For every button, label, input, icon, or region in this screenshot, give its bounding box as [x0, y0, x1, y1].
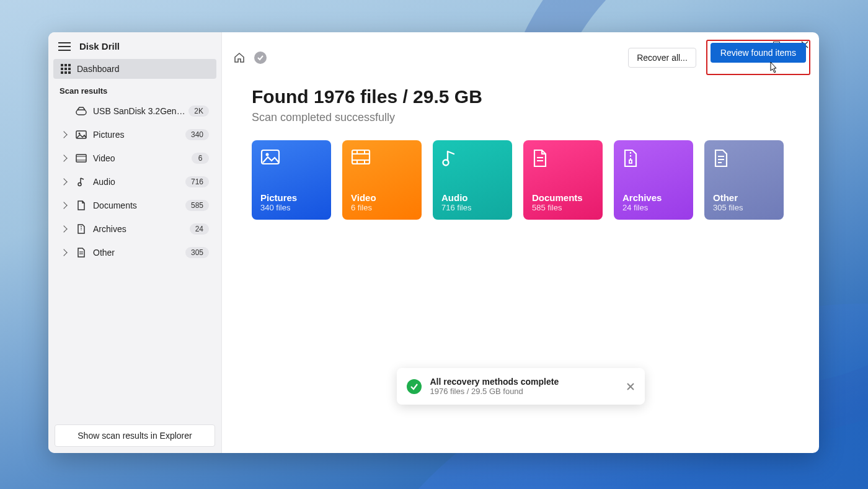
category-tiles: Pictures 340 files Video 6 files Audio 7…	[252, 140, 789, 220]
audio-icon	[76, 177, 87, 187]
svg-point-21	[443, 160, 449, 166]
home-icon[interactable]	[231, 49, 248, 66]
svg-rect-0	[76, 110, 86, 115]
toast-detail: 1976 files / 29.5 GB found	[430, 387, 618, 396]
sidebar-item-label: Dashboard	[77, 64, 120, 74]
sidebar-item-label: Archives	[93, 224, 126, 234]
toast-title: All recovery methods complete	[430, 377, 618, 387]
count-badge: 2K	[188, 105, 209, 117]
svg-point-13	[266, 153, 269, 156]
sidebar-item-label: USB SanDisk 3.2Gen1 US...	[93, 106, 186, 116]
sidebar-item-pictures[interactable]: Pictures 340	[53, 124, 216, 145]
svg-point-6	[78, 183, 81, 186]
tile-count: 6 files	[351, 203, 413, 212]
cursor-icon	[767, 61, 779, 74]
results-subhead: Scan completed successfully	[252, 111, 789, 124]
sidebar-item-label: Pictures	[93, 130, 125, 140]
tile-audio[interactable]: Audio 716 files	[433, 140, 512, 220]
svg-rect-25	[629, 160, 632, 163]
count-badge: 585	[185, 200, 209, 211]
video-icon	[351, 149, 413, 168]
count-badge: 716	[185, 176, 209, 187]
sidebar-item-archives[interactable]: Archives 24	[53, 218, 216, 240]
archive-icon	[76, 224, 87, 234]
sidebar-item-label: Audio	[93, 177, 115, 187]
count-badge: 6	[192, 153, 209, 164]
completion-toast: All recovery methods complete 1976 files…	[397, 368, 645, 405]
sidebar-item-label: Other	[93, 248, 115, 258]
menu-icon[interactable]	[58, 42, 71, 51]
sidebar-item-video[interactable]: Video 6	[53, 148, 216, 169]
toast-close-button[interactable]	[626, 382, 635, 391]
archive-icon	[622, 149, 684, 168]
dashboard-icon	[61, 64, 71, 74]
chevron-right-icon	[60, 225, 67, 232]
tile-count: 585 files	[532, 203, 594, 212]
tile-label: Archives	[622, 192, 684, 203]
sidebar-item-documents[interactable]: Documents 585	[53, 195, 216, 216]
check-status-icon[interactable]	[254, 52, 267, 64]
audio-icon	[441, 149, 503, 168]
chevron-right-icon	[60, 131, 67, 138]
tile-label: Video	[351, 192, 413, 203]
main-panel: Recover all... Review found items Found …	[222, 32, 819, 453]
tile-video[interactable]: Video 6 files	[342, 140, 422, 220]
tile-pictures[interactable]: Pictures 340 files	[252, 140, 331, 220]
tile-other[interactable]: Other 305 files	[704, 140, 784, 220]
tile-archives[interactable]: Archives 24 files	[614, 140, 693, 220]
picture-icon	[76, 130, 87, 139]
chevron-right-icon	[60, 155, 67, 161]
sidebar-section-label: Scan results	[48, 80, 221, 99]
drive-icon	[76, 107, 87, 115]
svg-rect-14	[352, 150, 370, 164]
recover-all-button[interactable]: Recover all...	[628, 48, 696, 68]
video-icon	[76, 154, 87, 163]
topbar: Recover all... Review found items	[222, 32, 819, 83]
document-icon	[76, 200, 87, 210]
sidebar-item-dashboard[interactable]: Dashboard	[53, 59, 216, 79]
app-window: Disk Drill Dashboard Scan results USB Sa…	[48, 32, 819, 453]
svg-rect-3	[76, 155, 86, 162]
tile-documents[interactable]: Documents 585 files	[523, 140, 603, 220]
app-title: Disk Drill	[79, 41, 120, 52]
chevron-right-icon	[60, 178, 67, 185]
tile-count: 716 files	[441, 203, 503, 212]
count-badge: 24	[190, 223, 209, 235]
tile-label: Documents	[532, 192, 594, 203]
sidebar-item-label: Documents	[93, 200, 137, 210]
chevron-right-icon	[60, 249, 67, 256]
picture-icon	[260, 149, 322, 168]
review-found-items-button[interactable]: Review found items	[711, 43, 806, 63]
tile-label: Other	[713, 192, 775, 203]
chevron-right-icon	[60, 202, 67, 209]
file-icon	[76, 248, 87, 258]
sidebar-item-audio[interactable]: Audio 716	[53, 171, 216, 192]
count-badge: 305	[185, 247, 209, 258]
results-headline: Found 1976 files / 29.5 GB	[252, 86, 789, 107]
document-icon	[532, 149, 594, 168]
tile-count: 24 files	[622, 203, 684, 212]
success-check-icon	[407, 379, 422, 394]
sidebar-item-other[interactable]: Other 305	[53, 242, 216, 263]
show-in-explorer-button[interactable]: Show scan results in Explorer	[55, 424, 215, 447]
file-icon	[713, 149, 775, 168]
sidebar: Disk Drill Dashboard Scan results USB Sa…	[48, 32, 222, 453]
tile-count: 340 files	[260, 203, 322, 212]
tile-label: Pictures	[260, 192, 322, 203]
tile-label: Audio	[441, 192, 503, 203]
tile-count: 305 files	[713, 203, 775, 212]
sidebar-item-label: Video	[93, 153, 115, 163]
count-badge: 340	[185, 129, 209, 140]
sidebar-device[interactable]: USB SanDisk 3.2Gen1 US... 2K	[53, 101, 216, 122]
annotation-highlight: Review found items	[706, 40, 810, 75]
